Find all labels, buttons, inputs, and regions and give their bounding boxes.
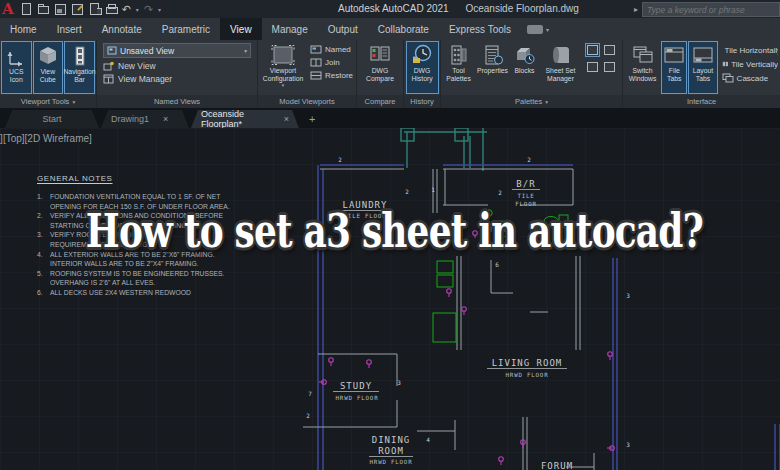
view-combo-icon bbox=[107, 46, 117, 56]
dwg-compare-button[interactable]: DWG Compare bbox=[359, 41, 401, 94]
properties-icon bbox=[482, 44, 504, 66]
panel-label-named-views[interactable]: Named Views bbox=[97, 95, 257, 108]
count-palette-icon bbox=[604, 45, 615, 55]
viewport-configuration-icon bbox=[270, 44, 296, 66]
command-palette-mini-button[interactable] bbox=[585, 43, 600, 57]
count-palette-mini-button[interactable] bbox=[602, 43, 617, 57]
undo-icon[interactable]: ↶ bbox=[122, 3, 131, 15]
layout-tabs-label: Layout Tabs bbox=[689, 67, 716, 82]
restore-viewports-button[interactable]: Restore bbox=[310, 71, 353, 80]
panel-label-compare[interactable]: Compare bbox=[357, 95, 403, 108]
ribbon-tab-bar: Home Insert Annotate Parametric View Man… bbox=[0, 18, 780, 40]
tile-horizontally-button[interactable]: Tile Horizontally bbox=[722, 45, 778, 55]
electrical-symbols bbox=[319, 231, 614, 465]
file-tabs-icon bbox=[663, 44, 685, 66]
tab-output[interactable]: Output bbox=[318, 18, 368, 40]
close-tab-icon[interactable]: × bbox=[284, 114, 289, 124]
tab-view[interactable]: View bbox=[220, 18, 262, 40]
viewport-config-caret-icon: ▾ bbox=[282, 82, 285, 88]
svg-text:2: 2 bbox=[527, 156, 531, 163]
navigation-bar-label: Navigation Bar bbox=[63, 68, 95, 83]
ucs-icon-button[interactable]: UCS Icon bbox=[1, 41, 32, 94]
view-combo-box[interactable]: Unsaved View ▾ bbox=[103, 43, 251, 58]
new-view-button[interactable]: New View bbox=[103, 61, 251, 71]
autocad-logo-icon[interactable]: A bbox=[2, 1, 14, 17]
dwg-history-button[interactable]: DWG History bbox=[406, 41, 439, 94]
svg-text:7: 7 bbox=[308, 390, 312, 397]
open-file-icon[interactable] bbox=[37, 3, 49, 15]
palettes-flyout-caret-icon: ▾ bbox=[545, 99, 548, 105]
new-file-icon[interactable] bbox=[20, 3, 32, 15]
redo-icon[interactable]: ↷ bbox=[144, 3, 153, 15]
tab-home[interactable]: Home bbox=[0, 18, 47, 40]
tool-palettes-button[interactable]: Tool Palettes bbox=[443, 41, 474, 94]
title-bar: A ↶ ▾ ↷ ▾ Autodesk AutoCAD 2021 Oceansid… bbox=[0, 0, 780, 18]
svg-text:3: 3 bbox=[626, 441, 630, 448]
palette-mini-buttons bbox=[585, 41, 617, 96]
new-view-icon bbox=[103, 61, 114, 71]
restore-viewports-icon bbox=[310, 71, 322, 80]
layout-tabs-button[interactable]: Layout Tabs bbox=[688, 41, 717, 94]
plot-icon[interactable] bbox=[88, 3, 100, 15]
cascade-button[interactable]: Cascade bbox=[722, 73, 778, 83]
svg-text:3: 3 bbox=[397, 379, 401, 386]
tab-parametric[interactable]: Parametric bbox=[152, 18, 220, 40]
save-as-icon[interactable] bbox=[71, 3, 83, 15]
switch-windows-button[interactable]: Switch Windows bbox=[625, 41, 660, 94]
named-viewports-button[interactable]: Named bbox=[310, 45, 353, 54]
sheet-set-manager-button[interactable]: Sheet Set Manager bbox=[539, 41, 582, 94]
file-tab-start[interactable]: Start bbox=[5, 110, 99, 128]
search-expand-icon[interactable]: ▸ bbox=[634, 5, 638, 14]
close-tab-icon[interactable]: × bbox=[163, 114, 168, 124]
tool-palettes-label: Tool Palettes bbox=[444, 67, 473, 82]
new-view-label: New View bbox=[118, 61, 156, 71]
view-manager-button[interactable]: View Manager bbox=[103, 74, 251, 84]
svg-text:ROOM: ROOM bbox=[378, 446, 404, 456]
tab-insert[interactable]: Insert bbox=[47, 18, 92, 40]
combo-caret-icon: ▾ bbox=[244, 48, 247, 54]
search-input[interactable] bbox=[642, 2, 780, 17]
tab-collaborate[interactable]: Collaborate bbox=[368, 18, 439, 40]
save-icon[interactable] bbox=[54, 3, 66, 15]
view-manager-label: View Manager bbox=[118, 74, 172, 84]
join-viewports-button[interactable]: Join bbox=[310, 58, 353, 67]
tile-vertically-button[interactable]: Tile Vertically bbox=[722, 59, 778, 69]
tile-vertically-label: Tile Vertically bbox=[731, 60, 778, 69]
navigation-bar-button[interactable]: Navigation Bar bbox=[64, 41, 95, 94]
viewport-configuration-button[interactable]: Viewport Configuration ▾ bbox=[260, 41, 306, 94]
undo-caret-icon[interactable]: ▾ bbox=[136, 6, 139, 13]
print-icon[interactable] bbox=[105, 3, 117, 15]
file-tab-drawing1[interactable]: Drawing1 × bbox=[101, 110, 189, 128]
file-tabs-button[interactable]: File Tabs bbox=[661, 41, 687, 94]
panel-label-history[interactable]: History bbox=[404, 95, 440, 108]
room-label-br: B/R bbox=[516, 179, 535, 189]
panel-history: DWG History History bbox=[404, 40, 441, 108]
room-label-living-room: LIVING ROOM bbox=[492, 358, 563, 368]
panel-label-palettes[interactable]: Palettes ▾ bbox=[441, 95, 622, 108]
tab-annotate[interactable]: Annotate bbox=[92, 18, 152, 40]
panel-named-views: Unsaved View ▾ New View View Manager Nam… bbox=[97, 40, 258, 108]
view-cube-label: View Cube bbox=[34, 68, 63, 83]
redo-caret-icon[interactable]: ▾ bbox=[158, 6, 161, 13]
tab-manage[interactable]: Manage bbox=[262, 18, 318, 40]
panel-label-model-viewports[interactable]: Model Viewports bbox=[258, 95, 356, 108]
tab-express-tools[interactable]: Express Tools bbox=[439, 18, 521, 40]
view-cube-button[interactable]: View Cube bbox=[33, 41, 64, 94]
panel-label-interface[interactable]: Interface bbox=[623, 95, 780, 108]
properties-button[interactable]: Properties bbox=[475, 41, 510, 94]
tool-palettes-icon bbox=[449, 44, 469, 66]
blocks-button[interactable]: Blocks bbox=[511, 41, 538, 94]
panel-compare: DWG Compare Compare bbox=[357, 40, 404, 108]
blocks-icon bbox=[514, 44, 536, 66]
window-title: Autodesk AutoCAD 2021 Oceanside Floorpla… bbox=[338, 3, 579, 14]
new-tab-button[interactable]: + bbox=[309, 110, 315, 128]
sheet-views-mini-button[interactable] bbox=[585, 60, 600, 74]
panel-label-viewport-tools[interactable]: Viewport Tools ▾ bbox=[0, 95, 96, 108]
drawing-canvas[interactable]: [-][Top][2D Wireframe] GENERAL NOTES 1.F… bbox=[0, 128, 780, 470]
file-tab-oceanside-floorplan[interactable]: Oceanside Floorplan* × bbox=[191, 110, 299, 128]
tile-vertically-icon bbox=[722, 59, 729, 69]
panel-interface: Switch Windows File Tabs bbox=[623, 40, 780, 108]
markup-mini-button[interactable] bbox=[602, 60, 617, 74]
svg-text:2: 2 bbox=[338, 156, 342, 163]
ribbon-display-toggle[interactable]: ▾ bbox=[527, 18, 549, 40]
